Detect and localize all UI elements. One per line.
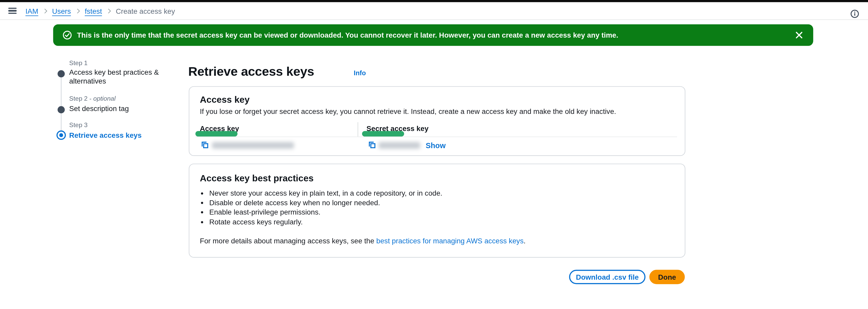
list-item: Enable least-privilege permissions.	[209, 208, 442, 217]
show-secret-link[interactable]: Show	[426, 141, 446, 150]
step3-active-circle-icon	[56, 131, 65, 140]
sidebar-item-step3: Retrieve access keys	[69, 131, 162, 140]
chevron-right-icon	[106, 9, 111, 13]
best-practices-link[interactable]: best practices for managing AWS access k…	[376, 237, 524, 245]
list-item: Rotate access keys regularly.	[209, 217, 442, 227]
step2-optional-label: optional	[93, 95, 116, 102]
done-button[interactable]: Done	[649, 270, 685, 284]
best-practices-card: Access key best practices Never store yo…	[189, 164, 685, 258]
breadcrumb-current: Create access key	[116, 7, 175, 15]
step2-label: Step 2 - optional	[69, 95, 116, 102]
breadcrumb-link-fstest[interactable]: fstest	[85, 7, 102, 15]
footer-period: .	[524, 237, 526, 245]
check-circle-icon	[63, 30, 72, 40]
close-icon[interactable]	[794, 30, 804, 40]
access-key-value-redacted	[212, 142, 294, 149]
page-title: Retrieve access keys	[188, 64, 314, 79]
step1-circle-icon	[57, 70, 65, 77]
access-key-card-description: If you lose or forget your secret access…	[200, 107, 616, 115]
footer-text: For more details about managing access k…	[200, 237, 376, 245]
header-divider-line	[195, 136, 677, 137]
copy-secret-key-icon[interactable]	[368, 141, 376, 149]
list-item: Never store your access key in plain tex…	[209, 188, 442, 198]
breadcrumb: IAM Users fstest Create access key	[26, 2, 175, 20]
secret-key-header-highlight	[362, 131, 404, 136]
secret-key-value-redacted	[378, 142, 420, 149]
info-icon[interactable]	[850, 9, 859, 18]
success-banner: This is the only time that the secret ac…	[53, 24, 813, 46]
step1-label: Step 1	[69, 60, 88, 66]
window-top-strip	[0, 0, 868, 2]
banner-message: This is the only time that the secret ac…	[77, 31, 618, 39]
access-key-header-highlight	[195, 131, 238, 136]
best-practices-list: Never store your access key in plain tex…	[209, 188, 442, 227]
step-connector-line	[61, 77, 62, 132]
access-key-card: Access key If you lose or forget your se…	[189, 86, 685, 156]
chevron-right-icon	[42, 9, 47, 13]
top-navigation-bar: IAM Users fstest Create access key	[0, 2, 868, 20]
step2-circle-icon	[57, 106, 65, 113]
list-item: Disable or delete access key when no lon…	[209, 198, 442, 208]
best-practices-footer: For more details about managing access k…	[200, 237, 526, 245]
page: IAM Users fstest Create access key This …	[0, 0, 868, 309]
best-practices-card-title: Access key best practices	[200, 173, 314, 183]
column-divider	[358, 122, 358, 136]
info-link[interactable]: Info	[354, 69, 366, 77]
chevron-right-icon	[75, 9, 80, 13]
breadcrumb-link-iam[interactable]: IAM	[26, 7, 38, 15]
breadcrumb-link-users[interactable]: Users	[52, 7, 71, 15]
sidebar-item-step1[interactable]: Access key best practices & alternatives	[69, 68, 162, 85]
download-csv-button[interactable]: Download .csv file	[569, 270, 645, 284]
step3-label: Step 3	[69, 122, 88, 129]
access-key-card-title: Access key	[200, 95, 250, 105]
sidebar-item-step2[interactable]: Set description tag	[69, 105, 162, 113]
hamburger-menu-icon[interactable]	[8, 8, 17, 14]
copy-access-key-icon[interactable]	[201, 141, 209, 149]
